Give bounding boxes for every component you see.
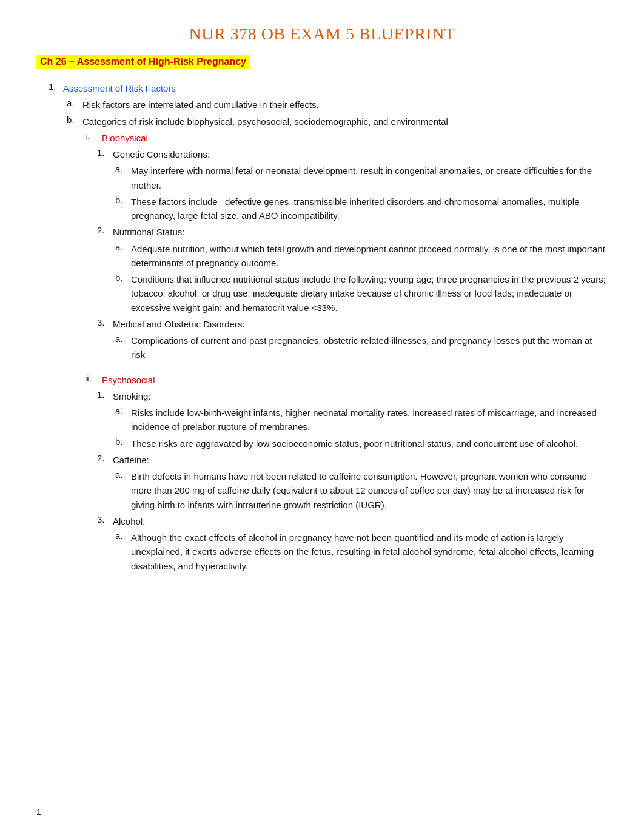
num-item-3: 3. Medical and Obstetric Disorders: bbox=[36, 317, 608, 331]
subsection-ii: ii. Psychosocial bbox=[36, 373, 608, 387]
alpha-2a-text: Adequate nutrition, without which fetal … bbox=[131, 242, 608, 270]
alpha-2b-letter: b. bbox=[115, 272, 131, 283]
alpha-1a-letter: a. bbox=[115, 164, 131, 174]
num-item-1: 1. Genetic Considerations: bbox=[36, 147, 608, 161]
section-1-number: 1. bbox=[49, 81, 63, 92]
psych-num-3-number: 3. bbox=[97, 514, 113, 525]
item-a-text: Risk factors are interrelated and cumula… bbox=[82, 98, 608, 112]
section-1-label: Assessment of Risk Factors bbox=[63, 81, 608, 95]
subsection-i: i. Biophysical bbox=[36, 131, 608, 145]
alpha-2a-letter: a. bbox=[115, 242, 131, 252]
psych-num-1-number: 1. bbox=[97, 389, 113, 400]
num-item-3-title: Medical and Obstetric Disorders: bbox=[113, 317, 608, 331]
subsection-ii-roman: ii. bbox=[85, 373, 102, 383]
subsection-i-label: Biophysical bbox=[102, 131, 608, 145]
num-item-2: 2. Nutritional Status: bbox=[36, 225, 608, 239]
page-title: NUR 378 OB EXAM 5 BLUEPRINT bbox=[36, 24, 608, 44]
psych-num-2: 2. Caffeine: bbox=[36, 453, 608, 467]
section-1: 1. Assessment of Risk Factors bbox=[36, 81, 608, 95]
psych-num-2-title: Caffeine: bbox=[113, 453, 608, 467]
num-item-3-number: 3. bbox=[97, 317, 113, 327]
psych-num-1: 1. Smoking: bbox=[36, 389, 608, 403]
num-item-1-number: 1. bbox=[97, 147, 113, 158]
alpha-2a: a. Adequate nutrition, without which fet… bbox=[36, 242, 608, 270]
item-a-letter: a. bbox=[67, 98, 82, 108]
page-number: 1 bbox=[36, 807, 41, 817]
psych-alpha-2a-text: Birth defects in humans have not been re… bbox=[131, 469, 608, 512]
alpha-1b-letter: b. bbox=[115, 195, 131, 205]
psych-alpha-2a-letter: a. bbox=[115, 469, 131, 480]
subsection-ii-label: Psychosocial bbox=[102, 373, 608, 387]
alpha-3a-text: Complications of current and past pregna… bbox=[131, 334, 608, 362]
item-b: b. Categories of risk include biophysica… bbox=[36, 115, 608, 129]
alpha-1a-text: May interfere with normal fetal or neona… bbox=[131, 164, 608, 192]
alpha-2b: b. Conditions that influence nutritional… bbox=[36, 272, 608, 315]
item-b-text: Categories of risk include biophysical, … bbox=[82, 115, 608, 129]
num-item-1-title: Genetic Considerations: bbox=[113, 147, 608, 161]
psych-alpha-1a-text: Risks include low-birth-weight infants, … bbox=[131, 406, 608, 434]
item-b-letter: b. bbox=[67, 115, 82, 125]
psych-alpha-3a-text: Although the exact effects of alcohol in… bbox=[131, 531, 608, 573]
psych-num-3-title: Alcohol: bbox=[113, 514, 608, 528]
alpha-1b-text: These factors include defective genes, t… bbox=[131, 195, 608, 223]
psych-alpha-3a: a. Although the exact effects of alcohol… bbox=[36, 531, 608, 573]
psych-num-1-title: Smoking: bbox=[113, 389, 608, 403]
alpha-2b-text: Conditions that influence nutritional st… bbox=[131, 272, 608, 315]
psych-alpha-1a-letter: a. bbox=[115, 406, 131, 416]
psych-alpha-1b-letter: b. bbox=[115, 437, 131, 447]
psych-alpha-1b-text: These risks are aggravated by low socioe… bbox=[131, 437, 608, 451]
alpha-1b: b. These factors include defective genes… bbox=[36, 195, 608, 223]
psych-alpha-1a: a. Risks include low-birth-weight infant… bbox=[36, 406, 608, 434]
alpha-1a: a. May interfere with normal fetal or ne… bbox=[36, 164, 608, 192]
psych-num-3: 3. Alcohol: bbox=[36, 514, 608, 528]
alpha-3a: a. Complications of current and past pre… bbox=[36, 334, 608, 362]
chapter-heading: Ch 26 – Assessment of High-Risk Pregnanc… bbox=[36, 55, 608, 78]
psych-alpha-3a-letter: a. bbox=[115, 531, 131, 541]
psych-alpha-2a: a. Birth defects in humans have not been… bbox=[36, 469, 608, 512]
num-item-2-number: 2. bbox=[97, 225, 113, 235]
num-item-2-title: Nutritional Status: bbox=[113, 225, 608, 239]
psych-num-2-number: 2. bbox=[97, 453, 113, 463]
psych-alpha-1b: b. These risks are aggravated by low soc… bbox=[36, 437, 608, 451]
subsection-i-roman: i. bbox=[85, 131, 102, 141]
alpha-3a-letter: a. bbox=[115, 334, 131, 344]
item-a: a. Risk factors are interrelated and cum… bbox=[36, 98, 608, 112]
